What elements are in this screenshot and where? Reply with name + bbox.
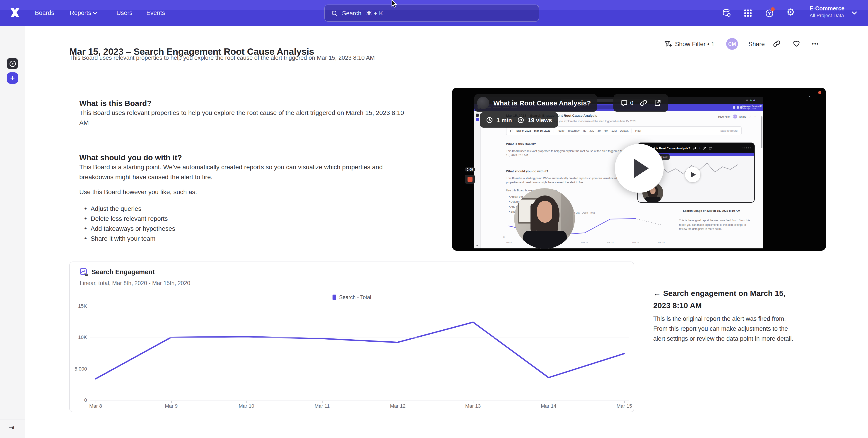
thumb-chart-y0: 0 xyxy=(503,236,505,238)
list-item: •Add takeaways or hypotheses xyxy=(84,224,175,234)
mixpanel-app: Boards Reports Users Events Search ⌘ + K xyxy=(0,0,868,438)
video-author-avatar xyxy=(477,97,489,109)
add-board-button[interactable]: + xyxy=(7,72,18,84)
y-axis-tick: 10K xyxy=(70,334,87,340)
notification-dot xyxy=(771,7,775,11)
nav-item-events[interactable]: Events xyxy=(146,9,165,16)
favorite-heart-icon[interactable] xyxy=(792,39,801,47)
mixpanel-logo-icon[interactable] xyxy=(9,7,21,19)
report-card-search-engagement: Search Engagement Linear, total, Mar 8th… xyxy=(69,262,634,412)
section-title-what-to-do: What should you do with it? xyxy=(79,154,182,162)
video-stats-pill: 1 min 19 views xyxy=(480,112,558,128)
search-shortcut: ⌘ + K xyxy=(366,9,383,17)
settings-gear-icon[interactable]: ⚙ xyxy=(786,7,795,18)
x-axis-tick: Mar 9 xyxy=(155,403,187,409)
chart-legend: Search - Total xyxy=(70,295,634,300)
legend-swatch xyxy=(332,295,336,300)
clock-icon xyxy=(486,116,493,123)
thumb-aside-title: ← Search usage on March 15, 2023 8:10 AM xyxy=(679,209,752,213)
thumb-sidebar: ⇥ xyxy=(474,111,480,248)
project-scope: All Project Data xyxy=(810,12,844,19)
project-switcher[interactable]: E-Commerce All Project Data xyxy=(810,5,844,19)
thumb-filter-label: Filter xyxy=(636,129,642,132)
list-item: •Share it with your team xyxy=(84,234,175,243)
search-placeholder: Search xyxy=(342,10,362,16)
thumb-save-to-board: Save to Board xyxy=(720,129,738,132)
thumb-hide-filter: Hide Filter xyxy=(718,115,731,118)
search-input[interactable]: Search ⌘ + K xyxy=(324,4,539,22)
video-open-external-button[interactable] xyxy=(654,99,661,107)
y-axis-tick: 0 xyxy=(70,397,87,403)
thumb-scrollbar xyxy=(761,116,763,148)
bullet-text: Add takeaways or hypotheses xyxy=(91,224,175,234)
show-filter-button[interactable]: Show Filter • 1 xyxy=(675,41,715,47)
thumb-project-scope: All Project Data xyxy=(743,107,762,110)
video-comments-button[interactable]: 0 xyxy=(621,99,633,107)
legend-label: Search - Total xyxy=(339,295,371,300)
video-title: What is Root Cause Analysis? xyxy=(493,99,591,107)
nav-item-users[interactable]: Users xyxy=(117,9,132,16)
collapse-chevron-icon: ⌄ xyxy=(808,93,811,98)
x-axis-tick: Mar 15 xyxy=(609,403,640,409)
thumb-s2-title: What should you do with it? xyxy=(506,170,548,173)
thumb-s1-body: This Board uses relevant properties to h… xyxy=(506,149,628,157)
recording-dot xyxy=(818,91,822,94)
thumb-date-range: Mar 9, 2023 – Mar 15, 2023 xyxy=(517,129,550,132)
more-menu-button[interactable]: ••• xyxy=(812,41,819,47)
bullet-text: Share it with your team xyxy=(91,234,155,243)
video-player[interactable]: Mixpanel (project 3) All Project Data ⇥ … xyxy=(452,88,826,251)
video-title-pill: What is Root Cause Analysis? xyxy=(474,94,597,112)
y-axis-tick: 5,000 xyxy=(70,366,87,371)
x-axis-tick: Mar 8 xyxy=(80,403,112,409)
line-chart xyxy=(90,303,629,401)
top-nav: Boards Reports Users Events Search ⌘ + K xyxy=(0,0,868,26)
thumb-share: Share xyxy=(739,115,746,118)
search-icon xyxy=(331,10,338,16)
video-link-button[interactable] xyxy=(640,99,647,107)
nested-play-button xyxy=(685,167,701,182)
comment-icon xyxy=(693,146,696,149)
thumb-filter-bar: Mar 9, 2023 – Mar 15, 2023 TodayYesterda… xyxy=(506,126,742,135)
x-axis-tick: Mar 14 xyxy=(533,403,564,409)
nav-item-reports[interactable]: Reports xyxy=(70,9,91,16)
copy-link-icon[interactable] xyxy=(773,40,781,47)
data-management-icon[interactable] xyxy=(722,8,732,18)
calendar-icon xyxy=(510,129,513,132)
video-duration: 1 min xyxy=(497,116,512,123)
views-icon xyxy=(517,116,524,123)
report-title[interactable]: Search Engagement xyxy=(92,268,155,276)
play-button[interactable] xyxy=(615,144,664,193)
thumb-project-name: Mixpanel (project 3) xyxy=(743,105,762,107)
open-external-icon xyxy=(709,146,712,149)
section-title-what-is: What is this Board? xyxy=(79,99,152,108)
project-name: E-Commerce xyxy=(810,5,844,12)
bullet-text: Delete less relevant reports xyxy=(91,213,168,224)
nav-item-boards[interactable]: Boards xyxy=(35,9,54,16)
thumb-s2-body: This Board is a starting point. We’ve au… xyxy=(506,176,633,184)
page-subtitle: This Board uses relevant properties to h… xyxy=(69,54,375,61)
thumb-avatar: CM xyxy=(733,114,737,119)
link-icon xyxy=(703,146,706,149)
compass-button[interactable] xyxy=(7,58,18,69)
left-rail: + ⇥ xyxy=(0,26,25,438)
bullet-text: Adjust the queries xyxy=(91,204,141,213)
x-axis-tick: Mar 13 xyxy=(457,403,489,409)
video-actions-pill: 0 xyxy=(613,94,668,112)
avatar[interactable]: CM xyxy=(726,38,738,50)
section-lead: Use this Board however you like, such as… xyxy=(79,187,418,197)
share-button[interactable]: Share xyxy=(748,41,765,47)
apps-grid-icon[interactable] xyxy=(743,8,753,18)
mouse-cursor xyxy=(392,0,398,9)
section-body-what-is: This Board uses relevant properties to h… xyxy=(79,108,410,128)
video-views: 19 views xyxy=(528,116,552,123)
line-chart-icon xyxy=(80,268,88,276)
aside-title: ← Search engagement on March 15, 2023 8:… xyxy=(653,287,804,312)
expand-sidebar-icon[interactable]: ⇥ xyxy=(9,424,14,432)
report-subtitle: Linear, total, Mar 8th, 2020 - Mar 15th,… xyxy=(80,280,190,287)
thumb-aside-body: This is the original report the alert wa… xyxy=(679,218,751,231)
y-axis-tick: 15K xyxy=(70,303,87,309)
svg-text:?: ? xyxy=(768,11,771,16)
card-divider xyxy=(70,292,634,292)
thumb-s1-title: What is this Board? xyxy=(506,142,536,146)
comment-icon xyxy=(621,99,628,107)
